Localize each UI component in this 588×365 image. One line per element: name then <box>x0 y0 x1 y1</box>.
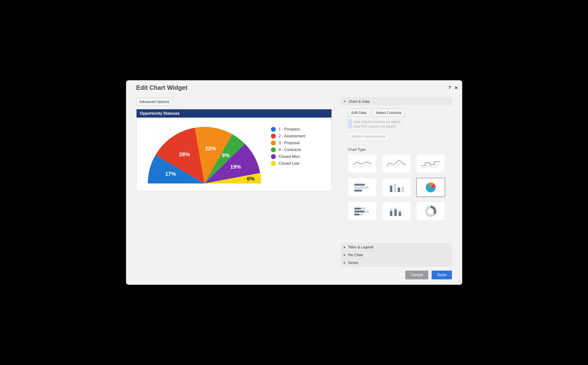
svg-rect-3 <box>354 190 362 192</box>
legend-label: Closed Lost <box>279 161 299 166</box>
checkbox-icon: ✓ <box>348 120 352 124</box>
chart-type-bar-vertical-stacked[interactable] <box>382 202 411 221</box>
chart-type-step[interactable] <box>416 154 445 173</box>
pie-slice-label: 28% <box>179 151 190 157</box>
legend-swatch <box>271 154 276 159</box>
edit-data-button[interactable]: Edit Data <box>348 109 370 117</box>
legend-label: Closed Won <box>279 154 300 159</box>
chart-type-line[interactable] <box>348 154 377 173</box>
legend-swatch <box>271 141 276 145</box>
svg-rect-21 <box>399 212 401 216</box>
pie-icon <box>420 181 441 193</box>
dialog-title: Edit Chart Widget <box>136 84 188 91</box>
chart-type-spline[interactable] <box>382 154 411 173</box>
section-pie-chart[interactable]: ▶ Pie Chart <box>341 251 452 259</box>
chart-title: Opportunity Statuses <box>137 109 331 118</box>
line-icon <box>352 157 373 170</box>
svg-rect-12 <box>354 211 364 213</box>
svg-rect-15 <box>359 213 363 215</box>
chart-type-bar-horizontal-stacked[interactable] <box>348 202 377 221</box>
svg-rect-11 <box>361 208 365 210</box>
chart-card: Opportunity Statuses 17%28%22%9%19%6% 1 … <box>136 109 332 191</box>
checkbox-use-first-column[interactable]: ✓ Use first column as labels <box>348 124 452 128</box>
resize-grip-icon[interactable] <box>457 279 461 283</box>
svg-rect-22 <box>399 210 401 212</box>
chevron-right-icon: ▶ <box>344 253 346 256</box>
svg-rect-8 <box>402 187 404 192</box>
pie-slice-label: 9% <box>222 152 230 158</box>
legend-item: Closed Won <box>271 154 305 159</box>
chart-and-data-body: Edit Data Select Columns ✓ Use column na… <box>341 105 452 225</box>
bar-vertical-icon <box>386 181 407 193</box>
svg-rect-20 <box>394 208 397 210</box>
chart-type-bar-vertical[interactable] <box>382 178 411 197</box>
chart-type-grid <box>348 154 452 221</box>
checkbox-label: Use first column as labels <box>354 124 396 128</box>
select-columns-button[interactable]: Select Columns <box>372 109 405 117</box>
svg-rect-19 <box>394 210 397 216</box>
legend-item: 4 - Contracts <box>271 147 305 152</box>
titlebar-actions: ? × <box>449 85 458 91</box>
step-icon <box>420 157 441 170</box>
section-label: Titles & Legend <box>348 245 374 249</box>
footer: Cancel Done <box>126 267 462 285</box>
section-chart-and-data[interactable]: ▼ Chart & Data <box>341 98 452 105</box>
donut-icon <box>420 205 441 217</box>
legend-swatch <box>271 134 276 139</box>
chart-legend: 1 - Prospect2 - Assessment3 - Proposal4 … <box>271 122 305 186</box>
legend-item: Closed Lost <box>271 161 305 166</box>
help-icon[interactable]: ? <box>449 85 451 90</box>
svg-rect-17 <box>390 211 392 216</box>
spline-icon <box>386 157 407 170</box>
svg-rect-6 <box>394 184 396 192</box>
switch-rows-columns-button: Switch rows/columns <box>348 132 389 140</box>
dialog-window: Edit Chart Widget ? × Advanced Options O… <box>126 80 462 285</box>
svg-line-26 <box>460 282 460 282</box>
section-label: Series <box>348 261 359 265</box>
legend-swatch <box>271 127 276 132</box>
svg-rect-18 <box>390 209 392 211</box>
checkbox-use-column-names[interactable]: ✓ Use column names as labels <box>348 120 452 124</box>
svg-rect-2 <box>354 187 369 189</box>
legend-swatch <box>271 161 276 166</box>
pie-slice-label: 17% <box>165 171 176 177</box>
chart-type-bar-horizontal[interactable] <box>348 178 377 197</box>
bar-vertical-stacked-icon <box>386 205 407 217</box>
section-series[interactable]: ▶ Series <box>341 259 452 266</box>
svg-rect-7 <box>398 188 400 192</box>
divider <box>348 144 452 144</box>
titlebar: Edit Chart Widget ? × <box>126 80 462 91</box>
close-icon[interactable]: × <box>455 85 458 91</box>
chevron-right-icon: ▶ <box>344 246 346 248</box>
chart-body: 17%28%22%9%19%6% 1 - Prospect2 - Assessm… <box>137 118 331 191</box>
svg-rect-14 <box>354 213 359 215</box>
legend-label: 4 - Contracts <box>279 148 301 152</box>
advanced-options-button[interactable]: Advanced Options <box>136 98 173 106</box>
chart-type-pie[interactable] <box>416 178 445 197</box>
right-pane: ▼ Chart & Data Edit Data Select Columns … <box>341 98 452 266</box>
pie-slice-label: 22% <box>205 145 216 152</box>
legend-item: 1 - Prospect <box>271 127 305 132</box>
done-button[interactable]: Done <box>432 271 452 279</box>
legend-label: 3 - Proposal <box>279 141 300 145</box>
legend-item: 3 - Proposal <box>271 141 305 145</box>
checkbox-icon: ✓ <box>348 124 352 128</box>
svg-rect-13 <box>364 211 369 213</box>
pie-slice-label: 6% <box>247 176 255 182</box>
section-titles-and-legend[interactable]: ▶ Titles & Legend <box>341 243 452 251</box>
chart-type-label: Chart Type <box>348 147 452 152</box>
half-pie-chart: 17%28%22%9%19%6% <box>143 122 266 186</box>
legend-item: 2 - Assessment <box>271 134 305 139</box>
content: Advanced Options Opportunity Statuses 17… <box>126 91 462 266</box>
svg-rect-1 <box>354 184 365 186</box>
chevron-right-icon: ▶ <box>344 261 346 264</box>
legend-swatch <box>271 147 276 152</box>
chevron-down-icon: ▼ <box>344 100 346 103</box>
chart-type-donut[interactable] <box>416 202 445 221</box>
section-label: Pie Chart <box>348 253 363 257</box>
cancel-button[interactable]: Cancel <box>405 271 428 279</box>
checkbox-label: Use column names as labels <box>354 120 401 124</box>
bar-horizontal-stacked-icon <box>352 205 373 217</box>
pie-slice-label: 19% <box>230 164 241 170</box>
legend-label: 1 - Prospect <box>279 127 300 132</box>
